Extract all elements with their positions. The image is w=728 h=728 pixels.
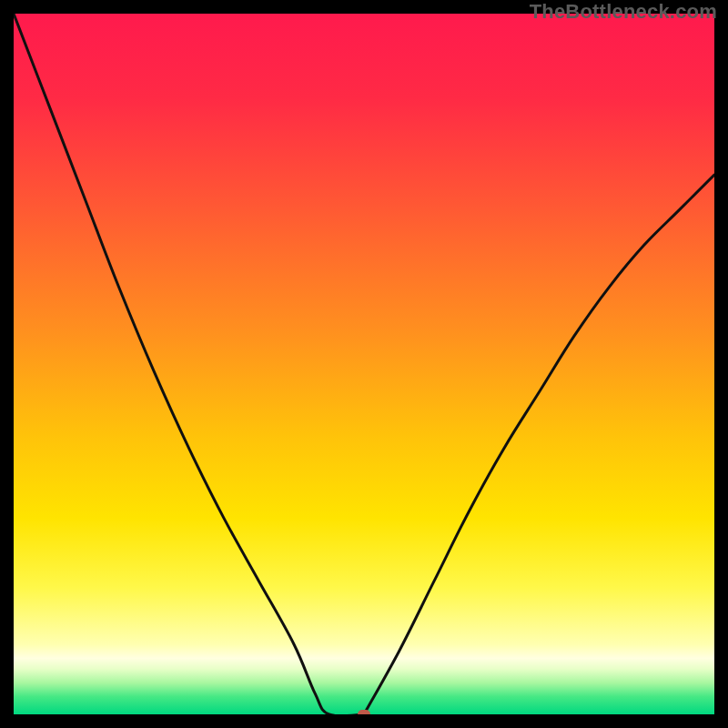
watermark-label: TheBottleneck.com (530, 0, 717, 24)
chart-frame: TheBottleneck.com (0, 0, 728, 728)
plot-area (14, 14, 714, 714)
optimal-point-marker (358, 710, 370, 714)
bottleneck-curve (14, 14, 714, 714)
